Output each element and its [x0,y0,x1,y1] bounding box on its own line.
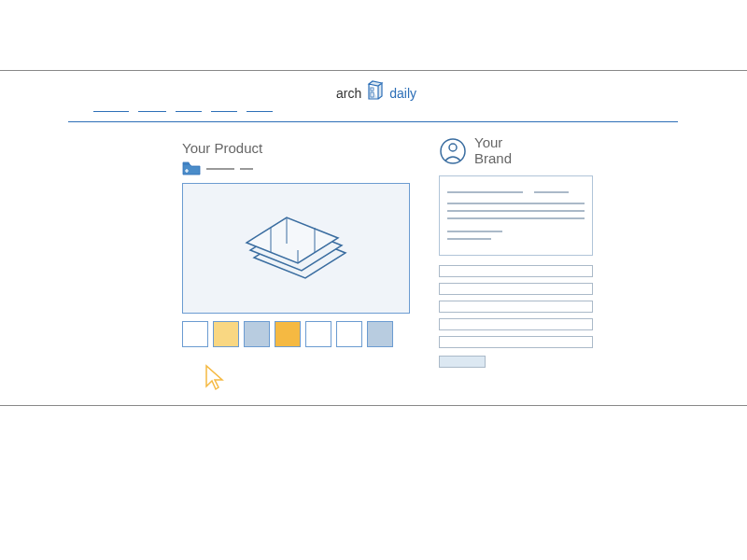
brand-title: Your Brand [474,135,512,166]
field-3[interactable] [439,301,593,313]
crumb-line-1 [206,168,234,170]
svg-rect-0 [371,88,374,91]
cursor-arrow-icon [204,364,226,392]
nav-link-1[interactable] [93,109,129,112]
field-5[interactable] [439,336,593,348]
info-line [534,191,569,193]
contact-form [439,265,593,368]
submit-button[interactable] [439,356,486,368]
nav-link-5[interactable] [247,109,273,112]
content: Your Product [182,140,593,368]
nav-link-2[interactable] [138,109,166,112]
nav-link-4[interactable] [211,109,237,112]
svg-point-7 [449,144,457,151]
field-2[interactable] [439,283,593,295]
swatch-5[interactable] [305,321,331,347]
field-1[interactable] [439,265,593,277]
bottom-rule [0,405,747,406]
info-line [447,203,585,204]
swatch-4[interactable] [275,321,301,347]
svg-rect-1 [371,92,374,97]
info-line [447,231,502,232]
person-circle-icon[interactable] [439,137,467,165]
info-line [447,191,523,193]
swatch-1[interactable] [182,321,208,347]
product-column: Your Product [182,140,411,368]
nav-divider [68,121,678,122]
product-image[interactable] [182,183,410,314]
swatch-3[interactable] [244,321,270,347]
building-icon [365,75,386,101]
field-4[interactable] [439,318,593,330]
nav-links [93,109,273,112]
info-line [447,210,585,212]
logo-text-right: daily [389,86,416,101]
header: arch daily [0,70,747,135]
info-line [447,217,585,219]
brand-header: Your Brand [439,135,593,166]
product-title: Your Product [182,140,411,156]
swatch-2[interactable] [213,321,239,347]
crumb-line-2 [240,168,253,170]
folder-plus-icon[interactable] [182,161,201,175]
brand-info-box [439,175,593,256]
logo-text-left: arch [336,86,361,101]
swatch-7[interactable] [367,321,393,347]
nav-link-3[interactable] [176,109,202,112]
color-swatches [182,321,411,347]
info-line [447,238,491,240]
swatch-6[interactable] [336,321,362,347]
brand-column: Your Brand [439,140,593,368]
logo[interactable]: arch daily [336,75,416,101]
glass-panels-icon [226,202,366,295]
breadcrumb [182,161,411,175]
